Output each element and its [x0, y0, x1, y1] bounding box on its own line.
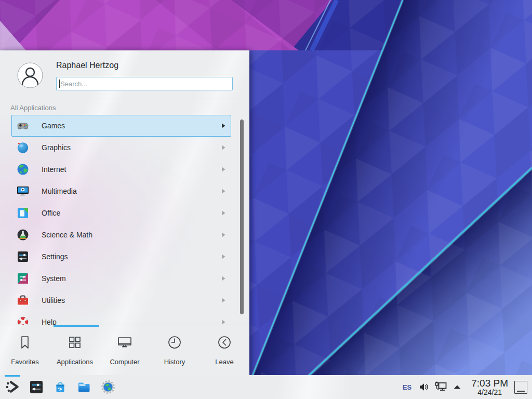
keyboard-layout-indicator[interactable]: ES — [403, 383, 411, 391]
application-launcher-button[interactable] — [5, 380, 20, 394]
volume-icon[interactable] — [418, 382, 429, 392]
category-item-settings[interactable]: Settings — [11, 246, 231, 268]
category-item-internet[interactable]: Internet — [11, 158, 231, 180]
category-item-multimedia[interactable]: Multimedia — [11, 180, 231, 202]
clock-date: 4/24/21 — [471, 389, 508, 396]
submenu-arrow-icon — [221, 189, 225, 194]
category-label: Utilities — [42, 296, 65, 304]
tab-label: Applications — [57, 358, 93, 366]
category-label: System — [42, 274, 66, 283]
gamepad-icon — [16, 119, 30, 132]
user-name: Raphael Hertzog — [56, 61, 118, 70]
section-label: All Applications — [10, 104, 56, 112]
submenu-arrow-icon — [221, 320, 225, 325]
tab-label: Favorites — [11, 358, 38, 366]
category-label: Help — [42, 318, 57, 325]
category-item-utilities[interactable]: Utilities — [11, 289, 231, 311]
bookmark-icon — [17, 334, 33, 353]
file-manager-icon[interactable] — [77, 380, 91, 394]
tab-label: Leave — [215, 358, 233, 366]
search-input[interactable] — [56, 77, 233, 90]
category-label: Multimedia — [42, 187, 77, 195]
category-label: Science & Math — [42, 231, 92, 239]
system-sliders-icon — [16, 272, 30, 285]
submenu-arrow-icon — [221, 145, 225, 150]
taskbar-panel: ES — [0, 375, 532, 399]
desktop: Raphael Hertzog All Applications — [0, 0, 532, 399]
paint-sphere-icon — [16, 141, 30, 154]
sliders-icon — [16, 250, 30, 263]
computer-icon — [116, 334, 133, 353]
lifebuoy-icon — [16, 315, 30, 325]
category-label: Office — [42, 209, 60, 217]
tab-label: History — [164, 358, 185, 366]
active-tab-indicator — [54, 325, 99, 327]
scrollbar[interactable] — [240, 119, 244, 314]
category-list: Games Graphics — [0, 115, 249, 325]
category-item-system[interactable]: System — [11, 268, 231, 289]
network-icon[interactable] — [434, 381, 447, 393]
category-item-office[interactable]: Office — [11, 202, 231, 224]
globe-icon — [16, 163, 30, 176]
text-cursor — [59, 79, 60, 88]
category-item-games[interactable]: Games — [11, 115, 231, 137]
tab-applications[interactable]: Applications — [50, 325, 100, 375]
grid-icon — [66, 334, 83, 353]
toolbox-icon — [16, 294, 30, 307]
submenu-arrow-icon — [221, 210, 225, 216]
tab-favorites[interactable]: Favorites — [0, 325, 50, 375]
digital-clock[interactable]: 7:03 PM 4/24/21 — [471, 378, 508, 396]
discover-icon[interactable] — [53, 380, 68, 394]
media-screen-icon — [16, 184, 30, 198]
tab-leave[interactable]: Leave — [200, 325, 249, 375]
clock-time: 7:03 PM — [471, 378, 508, 389]
category-item-science-math[interactable]: Science & Math — [11, 224, 231, 246]
leave-icon — [216, 334, 233, 353]
category-item-help[interactable]: Help — [11, 311, 231, 325]
category-item-graphics[interactable]: Graphics — [11, 137, 231, 158]
category-label: Internet — [42, 165, 66, 174]
show-desktop-button[interactable] — [514, 381, 527, 394]
document-icon — [16, 206, 30, 220]
submenu-arrow-icon — [221, 123, 225, 128]
category-label: Graphics — [42, 143, 71, 152]
system-settings-icon[interactable] — [29, 380, 44, 394]
tab-label: Computer — [110, 358, 139, 366]
submenu-arrow-icon — [221, 298, 225, 303]
history-clock-icon — [166, 334, 183, 353]
tab-history[interactable]: History — [150, 325, 200, 375]
submenu-arrow-icon — [221, 276, 225, 281]
submenu-arrow-icon — [221, 167, 225, 172]
submenu-arrow-icon — [221, 232, 225, 237]
category-label: Settings — [42, 252, 68, 261]
tab-computer[interactable]: Computer — [100, 325, 150, 375]
submenu-arrow-icon — [221, 254, 225, 259]
flask-icon — [16, 228, 30, 242]
launcher-tabbar: Favorites Applications — [0, 325, 249, 375]
application-launcher-menu: Raphael Hertzog All Applications — [0, 50, 249, 375]
launcher-header: Raphael Hertzog — [0, 50, 249, 99]
expand-arrow-icon[interactable] — [453, 384, 461, 390]
web-browser-icon[interactable] — [101, 380, 115, 394]
user-avatar[interactable] — [17, 62, 43, 88]
category-label: Games — [42, 122, 65, 130]
header-divider — [0, 99, 249, 99]
